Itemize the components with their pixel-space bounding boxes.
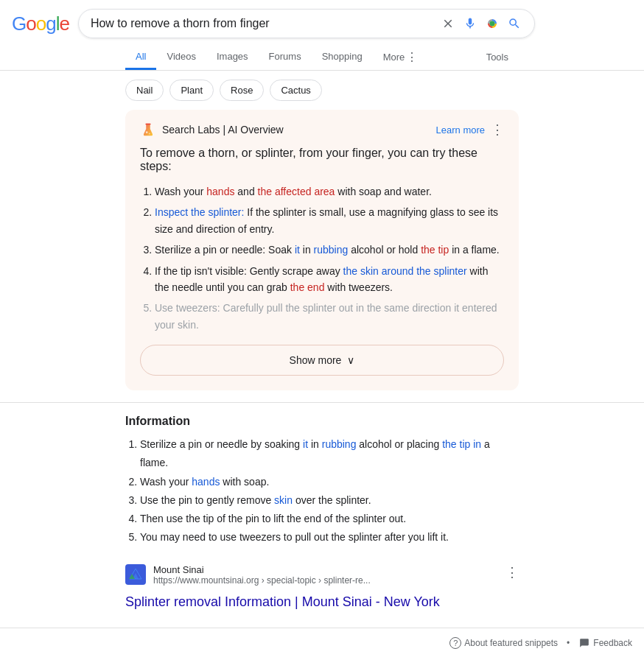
information-section: Information Sterilize a pin or needle by… — [0, 415, 644, 547]
clear-search-button[interactable] — [440, 15, 456, 32]
source-info: Mount Sinai https://www.mountsinai.org ›… — [153, 564, 498, 586]
source-favicon — [125, 564, 146, 585]
info-step-2: Wash your hands with soap. — [140, 473, 519, 491]
search-submit-button[interactable] — [506, 15, 522, 32]
source-name: Mount Sinai — [153, 564, 498, 575]
ai-step-2: Inspect the splinter: If the splinter is… — [155, 204, 504, 237]
flask-icon — [140, 122, 156, 138]
section-divider — [0, 402, 644, 403]
voice-search-button[interactable] — [462, 15, 478, 32]
ai-steps-list: Wash your hands and the affected area wi… — [140, 183, 504, 333]
chevron-down-icon: ∨ — [347, 354, 354, 366]
about-snippets-label: About featured snippets — [464, 638, 558, 648]
tab-shopping[interactable]: Shopping — [312, 45, 373, 70]
show-more-label: Show more — [290, 354, 342, 366]
tab-forums[interactable]: Forums — [259, 45, 312, 70]
header: Google — [0, 0, 644, 38]
feedback-icon — [578, 637, 590, 649]
image-search-button[interactable] — [484, 15, 500, 32]
ai-step-1: Wash your hands and the affected area wi… — [155, 183, 504, 200]
info-step-1: Sterilize a pin or needle by soaking it … — [140, 435, 519, 472]
svg-point-2 — [149, 133, 150, 135]
ai-overview: Search Labs | AI Overview Learn more ⋮ T… — [125, 110, 519, 390]
microphone-icon — [463, 17, 477, 30]
page-footer: ? About featured snippets • Feedback — [0, 628, 644, 658]
tab-more[interactable]: More ⋮ — [373, 44, 429, 70]
tab-all[interactable]: All — [125, 45, 156, 70]
chip-nail[interactable]: Nail — [125, 80, 164, 101]
tab-images[interactable]: Images — [206, 45, 259, 70]
chip-plant[interactable]: Plant — [169, 80, 214, 101]
information-list: Sterilize a pin or needle by soaking it … — [125, 435, 519, 547]
tab-tools[interactable]: Tools — [476, 46, 519, 68]
info-step-4: Then use the tip of the pin to lift the … — [140, 510, 519, 528]
ai-step-3-text: Sterilize a pin or needle: Soak it in ru… — [155, 244, 500, 256]
ai-step-3: Sterilize a pin or needle: Soak it in ru… — [155, 242, 504, 258]
ai-overview-header: Search Labs | AI Overview Learn more ⋮ — [140, 122, 504, 138]
info-step-5: You may need to use tweezers to pull out… — [140, 528, 519, 547]
more-label: More — [383, 52, 405, 63]
source-options-button[interactable]: ⋮ — [505, 564, 519, 580]
ai-badge: Search Labs | AI Overview — [162, 124, 284, 136]
ai-step-5-text: Use tweezers: Carefully pull the splinte… — [155, 302, 497, 330]
chip-rose[interactable]: Rose — [220, 80, 264, 101]
footer-dot: • — [567, 638, 570, 648]
search-input[interactable] — [91, 17, 434, 30]
filter-chips: Nail Plant Rose Cactus — [0, 71, 644, 110]
ai-intro-text: To remove a thorn, or splinter, from you… — [140, 147, 504, 173]
question-icon: ? — [449, 637, 461, 649]
more-dots-icon: ⋮ — [406, 50, 418, 64]
google-logo: Google — [12, 13, 69, 35]
info-step-3: Use the pin to gently remove skin over t… — [140, 491, 519, 510]
ai-step-5: Use tweezers: Carefully pull the splinte… — [155, 300, 504, 333]
search-bar[interactable] — [78, 9, 535, 38]
chip-cactus[interactable]: Cactus — [270, 80, 321, 101]
result-title-link[interactable]: Splinter removal Information | Mount Sin… — [125, 594, 519, 610]
svg-rect-0 — [145, 124, 150, 124]
mount-sinai-logo-icon — [127, 566, 144, 583]
feedback-label: Feedback — [593, 638, 632, 648]
feedback-link[interactable]: Feedback — [578, 637, 632, 649]
ai-step-2-text: Inspect the splinter: If the splinter is… — [155, 206, 498, 234]
ai-header-right: Learn more ⋮ — [436, 122, 504, 138]
show-more-button[interactable]: Show more ∨ — [140, 345, 504, 376]
lens-icon — [486, 17, 499, 30]
svg-point-1 — [146, 131, 148, 133]
information-title: Information — [125, 415, 519, 428]
ai-step-4-text: If the tip isn't visible: Gently scrape … — [155, 265, 488, 293]
nav-tabs: All Videos Images Forums Shopping More ⋮… — [0, 38, 644, 71]
about-snippets-link[interactable]: ? About featured snippets — [449, 637, 558, 649]
search-icon — [508, 17, 521, 30]
ai-options-button[interactable]: ⋮ — [491, 122, 504, 138]
learn-more-link[interactable]: Learn more — [436, 124, 485, 136]
ai-step-1-text: Wash your hands and the affected area wi… — [155, 186, 432, 197]
source-url: https://www.mountsinai.org › special-top… — [153, 575, 498, 586]
tab-videos[interactable]: Videos — [156, 45, 206, 70]
source-card: Mount Sinai https://www.mountsinai.org ›… — [125, 558, 519, 591]
clear-icon — [441, 17, 455, 30]
ai-header-left: Search Labs | AI Overview — [140, 122, 284, 138]
ai-step-4: If the tip isn't visible: Gently scrape … — [155, 263, 504, 296]
